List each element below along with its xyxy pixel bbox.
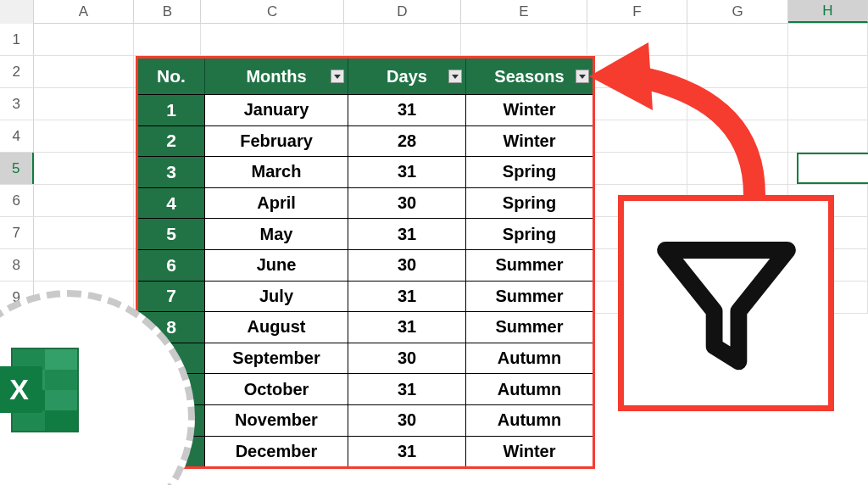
- cell-month[interactable]: March: [205, 156, 348, 187]
- col-header-C[interactable]: C: [201, 0, 343, 23]
- cell-month[interactable]: May: [205, 218, 348, 249]
- cell-no[interactable]: 4: [138, 187, 205, 219]
- cell-days[interactable]: 30: [348, 343, 466, 374]
- row-header-3[interactable]: 3: [0, 88, 34, 120]
- cell-no[interactable]: 7: [138, 281, 205, 312]
- cell[interactable]: [34, 88, 135, 120]
- cell[interactable]: [461, 24, 587, 55]
- cell-days[interactable]: 30: [348, 404, 466, 436]
- cell[interactable]: [587, 120, 688, 152]
- cell[interactable]: [687, 24, 788, 55]
- cell-days[interactable]: 31: [348, 436, 466, 467]
- table-row[interactable]: 6June30Summer: [138, 249, 593, 281]
- cell-days[interactable]: 31: [348, 94, 466, 125]
- cell[interactable]: [687, 88, 788, 120]
- cell-days[interactable]: 31: [348, 281, 466, 312]
- row-header-7[interactable]: 7: [0, 217, 34, 248]
- cell-season[interactable]: Summer: [466, 249, 593, 281]
- cell-season[interactable]: Spring: [466, 156, 593, 187]
- cell-days[interactable]: 31: [348, 218, 466, 249]
- cell-month[interactable]: February: [205, 125, 348, 157]
- header-days[interactable]: Days: [348, 59, 466, 94]
- col-header-D[interactable]: D: [344, 0, 462, 23]
- selected-cell[interactable]: [797, 153, 868, 184]
- filter-dropdown-icon[interactable]: [576, 70, 589, 83]
- cell-month[interactable]: August: [205, 311, 348, 343]
- cell-days[interactable]: 31: [348, 373, 466, 404]
- cell[interactable]: [34, 217, 135, 248]
- cell-no[interactable]: 3: [138, 156, 205, 187]
- cell-no[interactable]: 5: [138, 218, 205, 249]
- cell-season[interactable]: Winter: [466, 94, 593, 125]
- cell-month[interactable]: June: [205, 249, 348, 281]
- cell-season[interactable]: Summer: [466, 281, 593, 312]
- cell-no[interactable]: 1: [138, 94, 205, 125]
- cell[interactable]: [687, 56, 788, 87]
- cell-season[interactable]: Winter: [466, 125, 593, 157]
- cell-season[interactable]: Summer: [466, 311, 593, 343]
- cell[interactable]: [587, 24, 688, 55]
- cell-no[interactable]: 2: [138, 125, 205, 157]
- header-seasons[interactable]: Seasons: [466, 59, 593, 94]
- cell-days[interactable]: 30: [348, 187, 466, 219]
- cell[interactable]: [34, 120, 135, 152]
- table-row[interactable]: 12December31Winter: [138, 436, 593, 467]
- col-header-A[interactable]: A: [34, 0, 135, 23]
- cell-days[interactable]: 31: [348, 156, 466, 187]
- col-header-B[interactable]: B: [134, 0, 201, 23]
- cell[interactable]: [201, 24, 343, 55]
- col-header-H[interactable]: H: [788, 0, 868, 23]
- cell[interactable]: [34, 153, 135, 184]
- table-row[interactable]: 2February28Winter: [138, 125, 593, 157]
- cell-month[interactable]: November: [205, 404, 348, 436]
- cell[interactable]: [34, 56, 135, 87]
- row-header-5[interactable]: 5: [0, 153, 34, 184]
- cell[interactable]: [687, 120, 788, 152]
- table-row[interactable]: 1January31Winter: [138, 94, 593, 125]
- cell-season[interactable]: Winter: [466, 436, 593, 467]
- cell[interactable]: [788, 24, 868, 55]
- table-row[interactable]: 5May31Spring: [138, 218, 593, 249]
- cell[interactable]: [34, 185, 135, 216]
- select-all-corner[interactable]: [0, 0, 34, 24]
- filter-dropdown-icon[interactable]: [331, 70, 344, 83]
- filter-dropdown-icon[interactable]: [448, 70, 462, 83]
- col-header-E[interactable]: E: [461, 0, 587, 23]
- cell-month[interactable]: April: [205, 187, 348, 219]
- table-row[interactable]: 11November30Autumn: [138, 404, 593, 436]
- cell-no[interactable]: 6: [138, 249, 205, 281]
- cell-days[interactable]: 30: [348, 249, 466, 281]
- cell[interactable]: [587, 56, 688, 87]
- row-header-1[interactable]: 1: [0, 24, 34, 55]
- cell-month[interactable]: September: [205, 343, 348, 374]
- cell-month[interactable]: January: [205, 94, 348, 125]
- cell[interactable]: [344, 24, 462, 55]
- row-header-2[interactable]: 2: [0, 56, 34, 87]
- cell[interactable]: [788, 120, 868, 152]
- cell-month[interactable]: October: [205, 373, 348, 404]
- cell[interactable]: [34, 24, 135, 55]
- cell-season[interactable]: Spring: [466, 187, 593, 219]
- table-row[interactable]: 3March31Spring: [138, 156, 593, 187]
- header-no[interactable]: No.: [138, 59, 205, 94]
- table-row[interactable]: 8August31Summer: [138, 311, 593, 343]
- cell-days[interactable]: 31: [348, 311, 466, 343]
- cell[interactable]: [687, 153, 788, 184]
- cell-season[interactable]: Autumn: [466, 404, 593, 436]
- row-header-6[interactable]: 6: [0, 185, 34, 216]
- cell[interactable]: [587, 153, 688, 184]
- cell[interactable]: [788, 56, 868, 87]
- col-header-G[interactable]: G: [687, 0, 788, 23]
- cell-season[interactable]: Autumn: [466, 343, 593, 374]
- cell[interactable]: [34, 249, 135, 281]
- cell[interactable]: [587, 88, 688, 120]
- cell[interactable]: [134, 24, 201, 55]
- cell-season[interactable]: Spring: [466, 218, 593, 249]
- cell[interactable]: [788, 88, 868, 120]
- cell-season[interactable]: Autumn: [466, 373, 593, 404]
- table-row[interactable]: 10October31Autumn: [138, 373, 593, 404]
- cell-month[interactable]: July: [205, 281, 348, 312]
- table-row[interactable]: 7July31Summer: [138, 281, 593, 312]
- cell-days[interactable]: 28: [348, 125, 466, 157]
- col-header-F[interactable]: F: [587, 0, 688, 23]
